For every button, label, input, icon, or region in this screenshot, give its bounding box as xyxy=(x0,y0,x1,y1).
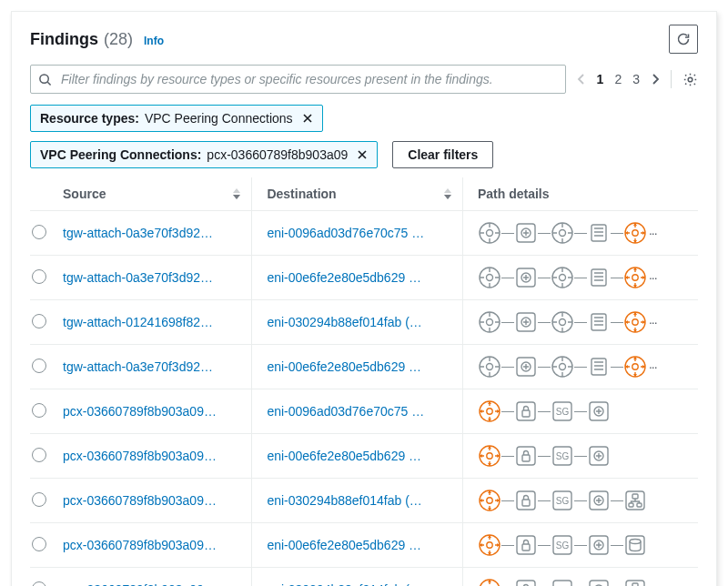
path-connector xyxy=(501,500,514,501)
page-prev-button[interactable] xyxy=(577,73,586,86)
svg-point-10 xyxy=(632,230,638,236)
path-connector xyxy=(501,233,514,234)
info-link[interactable]: Info xyxy=(144,35,164,47)
row-select-radio[interactable] xyxy=(32,448,46,462)
title-block: Findings (28) Info xyxy=(30,30,164,49)
destination-link[interactable]: eni-00e6fe2e80e5db629 … xyxy=(267,538,421,552)
path-node-server-icon xyxy=(587,266,611,289)
path-node-target-icon xyxy=(623,221,647,245)
svg-point-55 xyxy=(487,498,492,503)
table-row: tgw-attach-01241698f82…eni-030294b88ef01… xyxy=(30,300,698,345)
path-details: ··· xyxy=(478,310,689,334)
path-connector xyxy=(538,233,551,234)
source-link[interactable]: tgw-attach-0a3e70f3d92… xyxy=(63,359,213,374)
page-next-button[interactable] xyxy=(651,73,660,86)
select-column-header xyxy=(30,177,63,211)
filter-row-1: Resource types: VPC Peering Connections xyxy=(30,105,698,132)
filter-token-resource-types: Resource types: VPC Peering Connections xyxy=(30,105,323,132)
path-details: ··· xyxy=(478,221,689,245)
path-node-generic-sq-icon xyxy=(514,355,538,379)
table-row: pcx-03660789f8b903a09…eni-0096ad03d76e70… xyxy=(30,389,698,434)
destination-link[interactable]: eni-030294b88ef014fab (… xyxy=(267,315,421,329)
sort-source[interactable] xyxy=(231,187,242,201)
sort-destination[interactable] xyxy=(442,187,453,201)
path-connector xyxy=(501,278,514,278)
filter-token-pcx: VPC Peering Connections: pcx-03660789f8b… xyxy=(30,141,378,168)
row-select-radio[interactable] xyxy=(32,581,46,587)
destination-link[interactable]: eni-0096ad03d76e70c75 … xyxy=(267,404,424,419)
source-link[interactable]: pcx-03660789f8b903a09… xyxy=(63,582,217,586)
source-link[interactable]: tgw-attach-0a3e70f3d92… xyxy=(63,226,213,240)
table-row: tgw-attach-0a3e70f3d92…eni-00e6fe2e80e5d… xyxy=(30,345,698,389)
path-node-generic-sq-icon xyxy=(514,221,538,245)
path-more-icon[interactable]: ··· xyxy=(649,226,657,240)
row-select-radio[interactable] xyxy=(32,403,46,418)
path-connector xyxy=(538,500,551,501)
page-1[interactable]: 1 xyxy=(597,72,604,86)
svg-point-39 xyxy=(487,409,492,414)
path-details: SG xyxy=(478,489,689,512)
svg-rect-68 xyxy=(517,536,535,554)
settings-button[interactable] xyxy=(682,72,698,87)
path-connector xyxy=(538,545,551,546)
source-link[interactable]: pcx-03660789f8b903a09… xyxy=(63,404,217,419)
path-more-icon[interactable]: ··· xyxy=(649,359,657,374)
source-link[interactable]: tgw-attach-0a3e70f3d92… xyxy=(63,270,213,285)
svg-point-12 xyxy=(486,275,492,281)
source-link[interactable]: pcx-03660789f8b903a09… xyxy=(63,493,217,508)
svg-rect-17 xyxy=(592,269,606,286)
svg-rect-35 xyxy=(592,359,606,375)
page-3[interactable]: 3 xyxy=(632,72,640,86)
filter-token-label: VPC Peering Connections: xyxy=(40,147,201,162)
svg-point-30 xyxy=(486,364,492,370)
row-select-radio[interactable] xyxy=(32,492,46,507)
path-connector xyxy=(538,278,551,278)
path-node-generic-icon xyxy=(478,266,501,289)
path-node-generic-sq-icon xyxy=(514,310,538,334)
svg-point-21 xyxy=(486,319,492,326)
path-node-target-icon xyxy=(478,444,501,468)
gear-icon xyxy=(682,72,698,87)
header: Findings (28) Info xyxy=(30,25,698,54)
search-input[interactable] xyxy=(59,71,558,87)
path-connector xyxy=(538,456,551,457)
svg-point-25 xyxy=(559,319,565,326)
source-column-header[interactable]: Source xyxy=(63,177,252,211)
path-connector xyxy=(501,456,514,457)
destination-link[interactable]: eni-030294b88ef014fab (… xyxy=(267,582,421,586)
path-more-icon[interactable]: ··· xyxy=(649,270,657,285)
destination-link[interactable]: eni-00e6fe2e80e5db629 … xyxy=(267,270,421,285)
path-details: ··· xyxy=(478,266,689,289)
clear-filters-button[interactable]: Clear filters xyxy=(392,141,493,168)
page-2[interactable]: 2 xyxy=(614,72,622,86)
path-node-lock-sq-icon xyxy=(514,489,538,512)
row-select-radio[interactable] xyxy=(32,225,46,239)
path-node-generic-sq-icon xyxy=(587,578,611,586)
remove-filter-button[interactable] xyxy=(302,113,313,124)
search-box[interactable] xyxy=(30,65,566,94)
path-connector xyxy=(611,233,623,234)
destination-column-header[interactable]: Destination xyxy=(252,177,463,211)
row-select-radio[interactable] xyxy=(32,269,46,284)
destination-link[interactable]: eni-0096ad03d76e70c75 … xyxy=(267,226,424,240)
path-more-icon[interactable]: ··· xyxy=(649,315,657,329)
destination-link[interactable]: eni-00e6fe2e80e5db629 … xyxy=(267,359,421,374)
row-select-radio[interactable] xyxy=(32,537,46,551)
filter-row-2: VPC Peering Connections: pcx-03660789f8b… xyxy=(30,141,698,168)
refresh-button[interactable] xyxy=(669,25,698,54)
path-node-sg-icon: SG xyxy=(551,444,574,468)
row-select-radio[interactable] xyxy=(32,314,46,328)
path-node-generic-sq-icon xyxy=(587,533,611,557)
svg-text:SG: SG xyxy=(556,496,570,506)
path-details: SG xyxy=(478,533,689,557)
row-select-radio[interactable] xyxy=(32,359,46,373)
path-connector xyxy=(574,545,587,546)
source-link[interactable]: pcx-03660789f8b903a09… xyxy=(63,449,217,463)
source-link[interactable]: tgw-attach-01241698f82… xyxy=(63,315,213,329)
remove-filter-button[interactable] xyxy=(357,149,368,160)
destination-link[interactable]: eni-030294b88ef014fab (… xyxy=(267,493,421,508)
destination-link[interactable]: eni-00e6fe2e80e5db629 … xyxy=(267,449,421,463)
path-node-generic-icon xyxy=(551,355,574,379)
path-details: SG xyxy=(478,399,689,423)
source-link[interactable]: pcx-03660789f8b903a09… xyxy=(63,538,217,552)
